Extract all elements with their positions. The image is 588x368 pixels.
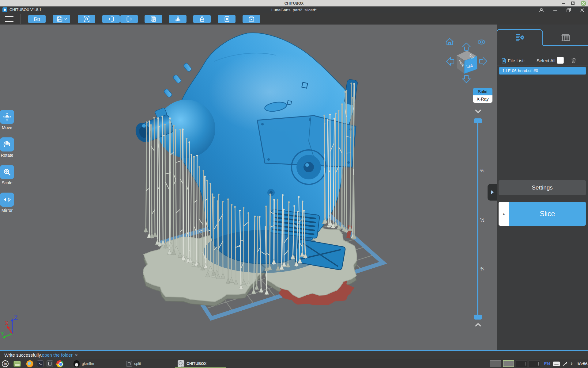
firefox-icon <box>26 360 33 367</box>
settings-button[interactable]: Settings <box>499 180 586 195</box>
workspace-2[interactable] <box>503 360 514 367</box>
gtk-titlebar: CHITUBOX <box>0 0 588 6</box>
rotate-right-arrow-icon[interactable] <box>480 57 487 65</box>
axis-label-z: Z <box>14 314 18 321</box>
slider-mark-quarter: ¼ <box>480 168 484 174</box>
delete-trash-icon[interactable] <box>570 57 577 64</box>
tool-scale[interactable]: Scale <box>0 165 21 185</box>
toolbar-save-button[interactable] <box>53 15 70 23</box>
tool-mirror[interactable]: Mirror <box>0 193 21 213</box>
toolbar-separator <box>20 14 21 24</box>
language-indicator[interactable]: EN <box>544 359 550 368</box>
workspace-3[interactable] <box>516 360 527 367</box>
support-pillars-icon <box>560 33 571 42</box>
gtk-close-button[interactable] <box>581 1 586 6</box>
tool-rotate[interactable]: Rotate <box>0 137 21 158</box>
taskbar-window-chitubox[interactable]: CHITUBOX <box>175 359 226 368</box>
toolbar-screenshot-button[interactable] <box>78 15 95 23</box>
workspace-1[interactable] <box>490 360 501 367</box>
gtk-minimize-button[interactable] <box>562 3 565 4</box>
firefox-launcher[interactable] <box>26 359 33 368</box>
slice-expand-button[interactable]: ▲ <box>499 202 509 226</box>
tool-scale-label: Scale <box>0 180 14 185</box>
perspective-eye-icon[interactable] <box>478 40 485 44</box>
tool-move[interactable]: Move <box>0 110 21 130</box>
tool-rotate-label: Rotate <box>0 153 14 158</box>
gtk-window-title: CHITUBOX <box>285 1 304 6</box>
workspace-switcher <box>490 359 541 368</box>
restore-icon[interactable] <box>566 7 571 13</box>
user-account-icon[interactable] <box>538 7 545 13</box>
slider-step-up-chevron-icon[interactable] <box>474 109 482 113</box>
menu-hamburger-icon[interactable] <box>5 16 13 22</box>
toolbar-fill-button[interactable] <box>193 15 211 23</box>
rotate-left-arrow-icon[interactable] <box>447 57 454 65</box>
split-icon <box>126 361 132 367</box>
chitubox-task-icon <box>178 360 184 367</box>
slice-button[interactable]: Slice <box>509 202 586 226</box>
toolbar-add-box-button[interactable] <box>243 15 260 23</box>
panel-tabstrip <box>497 29 588 46</box>
viewport-3d-scene[interactable]: Top Back Left Z X Y <box>0 25 497 350</box>
status-dismiss-icon[interactable]: × <box>75 352 78 358</box>
scale-icon <box>2 167 12 177</box>
music-note-icon: ♪ <box>570 361 573 367</box>
mirror-icon <box>2 195 12 204</box>
bottle-icon <box>198 15 206 23</box>
file-list-label: File List: <box>508 58 525 63</box>
toolbar-redo-button[interactable] <box>120 15 138 23</box>
file-list-item[interactable]: 1.LF-06-head.stl #0 <box>499 67 586 75</box>
clock[interactable]: 18:56 <box>577 359 588 368</box>
chevron-right-icon <box>490 190 494 195</box>
chrome-icon <box>56 360 63 367</box>
mint-menu-button[interactable]: lm <box>2 359 9 368</box>
toolbar-copy-button[interactable] <box>145 15 162 23</box>
workspace-4[interactable] <box>529 360 540 367</box>
undo-icon <box>107 15 115 23</box>
status-message: Write successfully, <box>4 352 42 358</box>
rotate-up-arrow-icon[interactable] <box>462 43 470 50</box>
drawing-tool-tray-icon[interactable] <box>562 359 568 368</box>
display-mode-toggle: Solid X-Ray <box>473 88 492 103</box>
chrome-launcher[interactable] <box>56 359 63 368</box>
show-desktop-icon <box>13 361 21 367</box>
tab-support[interactable] <box>543 29 588 45</box>
terminal-launcher[interactable]: >_ <box>37 359 43 368</box>
tab-file-settings[interactable] <box>497 29 543 46</box>
mode-solid-button[interactable]: Solid <box>473 88 492 95</box>
toolbar-dig-hole-button[interactable] <box>218 15 236 23</box>
keyboard-indicator[interactable] <box>553 359 560 368</box>
toolbar-open-button[interactable] <box>28 15 46 23</box>
layer-slider-top-handle[interactable] <box>474 118 482 123</box>
app-titlebar: CHITUBOX V1.8.1 LunaGans_part2_sliced* <box>0 6 588 13</box>
toolbar-undo-button[interactable] <box>102 15 120 23</box>
document-title: LunaGans_part2_sliced* <box>0 6 588 13</box>
gkrellm-icon <box>74 360 80 367</box>
axis-label-y: Y <box>1 331 4 337</box>
gtk-restore-button[interactable] <box>571 2 575 5</box>
chitubox-logo-icon <box>2 7 7 12</box>
slider-step-down-chevron-icon[interactable] <box>474 323 482 327</box>
view-navigation[interactable]: Top Back Left <box>446 38 487 83</box>
terminal-icon: >_ <box>37 360 43 367</box>
open-folder-link[interactable]: open the folder <box>42 352 73 358</box>
right-panel: File List: Select All 1.LF-06-head.stl #… <box>497 25 588 350</box>
home-view-icon[interactable] <box>446 38 453 45</box>
layer-slider-bottom-handle[interactable] <box>474 315 482 320</box>
rotate-down-arrow-icon[interactable] <box>462 75 470 83</box>
file-list-header: File List: Select All <box>497 57 588 65</box>
panel-collapse-handle[interactable] <box>488 184 497 201</box>
3d-canvas[interactable]: Top Back Left Z X Y <box>0 25 497 350</box>
slider-mark-half: ½ <box>480 217 484 223</box>
taskbar-window-gkrellm[interactable]: gkrellm <box>71 359 96 368</box>
toolbar-hollow-button[interactable] <box>169 15 187 23</box>
layer-slider-track[interactable] <box>477 123 478 316</box>
select-all-checkbox[interactable] <box>557 57 564 64</box>
mode-xray-button[interactable]: X-Ray <box>473 95 492 103</box>
show-desktop-button[interactable] <box>13 359 21 368</box>
audio-tray-icon[interactable]: ♪ <box>570 359 573 368</box>
files-launcher[interactable] <box>47 359 53 368</box>
taskbar-window-split[interactable]: split <box>124 359 143 368</box>
close-icon[interactable] <box>579 7 585 13</box>
minimize-icon[interactable] <box>552 7 558 13</box>
